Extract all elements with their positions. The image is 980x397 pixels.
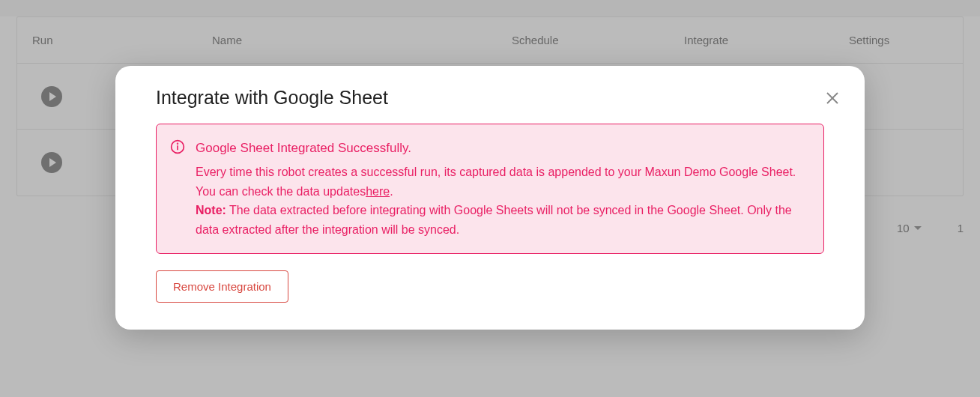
alert-text-1-end: .	[390, 185, 393, 198]
alert-text-1: Every time this robot creates a successf…	[196, 166, 796, 198]
alert-body: Every time this robot creates a successf…	[196, 163, 808, 239]
remove-integration-button[interactable]: Remove Integration	[156, 270, 288, 303]
info-icon	[170, 139, 185, 154]
modal-overlay[interactable]: Integrate with Google Sheet Google Sheet…	[0, 0, 980, 397]
note-text: The data extracted before integrating wi…	[196, 204, 792, 236]
svg-point-4	[178, 143, 178, 144]
integration-modal: Integrate with Google Sheet Google Sheet…	[115, 66, 865, 330]
close-icon	[826, 91, 839, 105]
note-label: Note:	[196, 204, 226, 216]
success-alert: Google Sheet Integrated Successfully. Ev…	[156, 124, 824, 254]
alert-title: Google Sheet Integrated Successfully.	[196, 138, 808, 158]
close-button[interactable]	[823, 88, 842, 110]
here-link[interactable]: here	[366, 185, 390, 198]
modal-title: Integrate with Google Sheet	[156, 87, 388, 109]
